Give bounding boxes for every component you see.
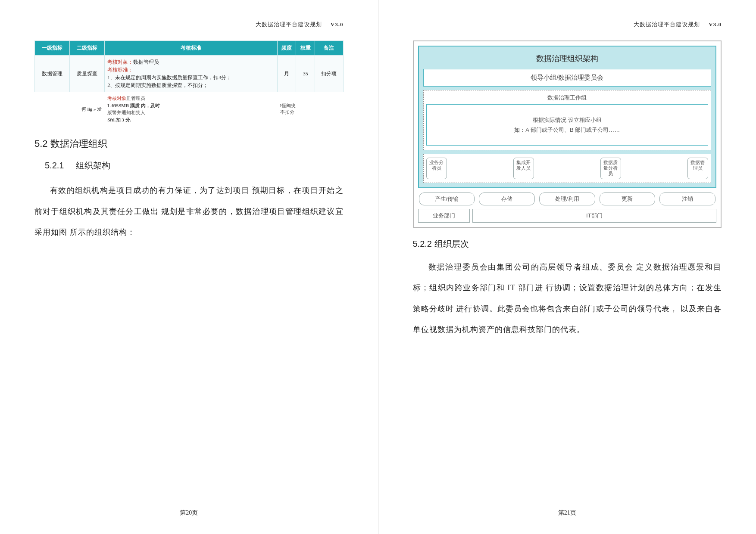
diagram-workgroup: 数据治理工作组 根据实际情况 设立相应小组 如：A 部门或子公司、B 部门或子公… (423, 90, 712, 150)
diagram-lifecycle: 产生/传输 存储 处理/利用 更新 注销 (418, 192, 717, 205)
cell-remark: 扣分项 (315, 56, 343, 92)
diagram-frame: 数据治理组织架构 领导小组/数据治理委员会 数据治理工作组 根据实际情况 设立相… (418, 46, 717, 188)
diagram-lead-box: 领导小组/数据治理委员会 (423, 69, 712, 87)
th-6: 备注 (315, 41, 343, 56)
criteria-li2: 2、按规定周期实施数据质量探查，不扣分； (107, 82, 208, 88)
doc-title-r: 大数据治理平台建设规划 (634, 21, 700, 28)
diagram-roles: 业务分析员 集成开发人员 数据质量分析员 数据管理员 (423, 154, 712, 183)
role-quality: 数据质量分析员 (600, 158, 621, 179)
note-mid: 考核对象皿管理员 L ffiSSMR 踽质 内，及时 版警并通知相笑人 Sftl… (105, 92, 277, 126)
heading-txt: 组织架构 (76, 161, 110, 170)
note-right1: I侄阀臾 (280, 103, 296, 108)
cell-freq: 月 (277, 56, 296, 92)
th-5: 权重 (296, 41, 315, 56)
org-diagram: 数据治理组织架构 领导小组/数据治理委员会 数据治理工作组 根据实际情况 设立相… (413, 40, 722, 228)
table-note-row: 何 lig » 发 考核对象皿管理员 L ffiSSMR 踽质 内，及时 版警并… (35, 92, 344, 126)
dept-it: IT部门 (472, 209, 717, 223)
note-left: 何 lig » 发 (35, 92, 105, 126)
doc-title: 大数据治理平台建设规划 (256, 21, 322, 28)
heading-5-2-1: 5.2.1组织架构 (45, 160, 344, 171)
note-left-b: 发 (97, 106, 102, 112)
cell-standard: 考核对象：数据管理员 考核标准： 1、未在规定的周期内实施数据质量探查工作，扣3… (105, 56, 277, 92)
workgroup-inner: 根据实际情况 设立相应小组 如：A 部门或子公司、B 部门或子公司…… (426, 104, 709, 146)
th-1: 一级指标 (35, 41, 70, 56)
diagram-dept: 业务部门 IT部门 (418, 209, 717, 223)
note-mid2: 版警并通知相笑人 (107, 110, 145, 115)
lc-produce: 产生/传输 (419, 192, 475, 205)
cell-weight: 35 (296, 56, 315, 92)
label-object-val: 数据管理员 (133, 59, 159, 65)
criteria-li1: 1、未在规定的周期内实施数据质量探查工作，扣3分； (107, 75, 231, 81)
cell-level2: 质量探查 (70, 56, 105, 92)
cell-level1: 数据管理 (35, 56, 70, 92)
note-right2: 不扣分 (280, 109, 294, 115)
workgroup-title: 数据治理工作组 (426, 92, 709, 104)
note-left-bold: lig » (87, 106, 97, 112)
role-admin: 数据管理员 (687, 158, 708, 179)
th-3: 考核标准 (105, 41, 277, 56)
th-4: 频度 (277, 41, 296, 56)
note-mid3: Sftl.扣 3 分. (107, 117, 131, 122)
page-left: 大数据治理平台建设规划 V3.0 一级指标 二级指标 考核标准 频度 权重 备注… (0, 0, 378, 534)
heading-5-2: 5.2 数据治理组织 (34, 137, 344, 150)
th-2: 二级指标 (70, 41, 105, 56)
workgroup-line1: 根据实际情况 设立相应小组 (533, 115, 602, 125)
page-number-left: 第20页 (0, 509, 378, 517)
note-red-tail: 皿管理员 (126, 96, 145, 101)
lc-store: 存储 (479, 192, 535, 205)
lc-retire: 注销 (659, 192, 715, 205)
label-object: 考核对象： (107, 59, 133, 65)
diagram-title: 数据治理组织架构 (423, 51, 712, 69)
note-left-a: 何 (81, 106, 87, 112)
note-mid1: L ffiSSMR 踽质 内，及时 (107, 103, 160, 108)
lc-update: 更新 (600, 192, 656, 205)
heading-num: 5.2.1 (45, 161, 64, 170)
page-number-right: 第21页 (378, 509, 756, 517)
paragraph-right: 数据治理委员会由集团公司的高层领导者组成。委员会 定义数据治理愿景和目标；组织内… (413, 257, 722, 340)
doc-version: V3.0 (331, 21, 344, 28)
note-right: I侄阀臾 不扣分 (277, 92, 315, 126)
note-red: 考核对象 (107, 96, 126, 101)
role-dev: 集成开发人员 (513, 158, 534, 179)
label-criteria: 考核标准： (107, 67, 133, 73)
workgroup-line2: 如：A 部门或子公司、B 部门或子公司…… (514, 125, 620, 135)
heading-5-2-2: 5.2.2 组织层次 (413, 238, 722, 250)
page-header: 大数据治理平台建设规划 V3.0 (34, 21, 344, 28)
paragraph-left: 有效的组织机构是项目成功的有力保证，为了达到项目 预期目标，在项目开始之前对于组… (34, 180, 344, 243)
dept-biz: 业务部门 (418, 209, 470, 223)
table-row: 数据管理 质量探查 考核对象：数据管理员 考核标准： 1、未在规定的周期内实施数… (35, 56, 344, 92)
doc-version-r: V3.0 (709, 21, 722, 28)
role-analyst: 业务分析员 (426, 158, 447, 179)
page-right: 大数据治理平台建设规划 V3.0 数据治理组织架构 领导小组/数据治理委员会 数… (378, 0, 756, 534)
assessment-table: 一级指标 二级指标 考核标准 频度 权重 备注 数据管理 质量探查 考核对象：数… (34, 40, 344, 126)
page-header-r: 大数据治理平台建设规划 V3.0 (413, 21, 722, 28)
lc-process: 处理/利用 (539, 192, 595, 205)
